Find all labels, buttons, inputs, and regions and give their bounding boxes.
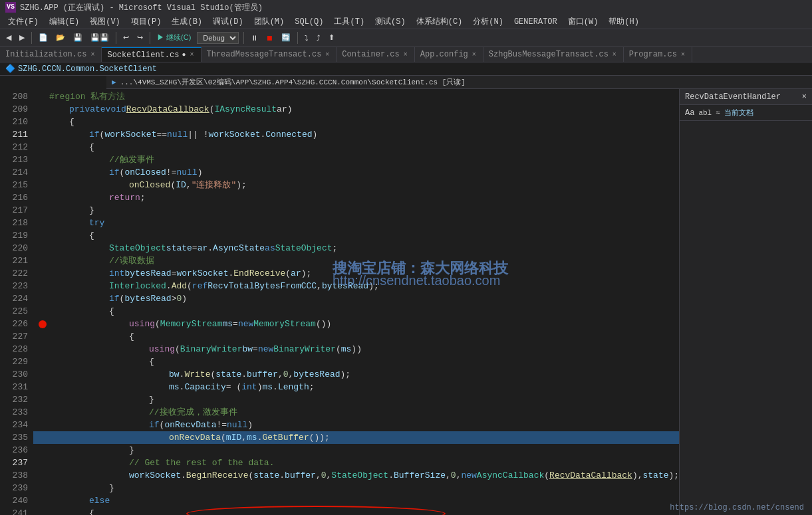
- menu-window[interactable]: 窗口(W): [563, 15, 604, 29]
- code-line-227: {: [33, 305, 679, 318]
- tab-threadmessage[interactable]: ThreadMessageTransact.cs ×: [202, 47, 337, 62]
- menu-view[interactable]: 视图(V): [84, 15, 126, 29]
- toolbar-step-out[interactable]: ⬆: [325, 32, 338, 43]
- toolbar-restart[interactable]: 🔄: [278, 32, 294, 43]
- tab-close[interactable]: ×: [680, 51, 686, 58]
- tab-szhgbus[interactable]: SzhgBusMessageTransact.cs ×: [483, 47, 624, 62]
- tab-close[interactable]: ×: [324, 51, 331, 58]
- toolbar-save[interactable]: 💾: [70, 32, 86, 43]
- tab-initialization[interactable]: Initialization.cs ×: [0, 47, 102, 62]
- linenum: 231: [5, 381, 28, 393]
- code-line-232: bw . Write ( state . buffer , 0 , bytesR…: [33, 368, 679, 381]
- right-panel-doc[interactable]: 当前文档: [724, 108, 753, 118]
- right-panel-header: RecvDataEventHandler ×: [680, 89, 812, 105]
- tab-close[interactable]: ×: [402, 51, 409, 58]
- code-line-218: return ;: [33, 191, 679, 204]
- menu-debug[interactable]: 调试(D): [207, 15, 249, 29]
- code-line-237: onRecvData ( mID , ms . GetBuffer ());: [33, 431, 679, 444]
- menu-edit[interactable]: 编辑(E): [44, 15, 85, 29]
- linenum: 228: [5, 343, 28, 356]
- code-line-209: #region 私有方法: [33, 90, 679, 103]
- tab-close[interactable]: ×: [89, 51, 96, 58]
- code-line-242: else: [33, 494, 679, 507]
- breadcrumb-text[interactable]: SZHG.CCCN.Common.SocketClient: [18, 64, 157, 74]
- menu-project[interactable]: 项目(P): [126, 15, 167, 29]
- toolbar-step-over[interactable]: ⤵: [301, 33, 312, 43]
- linenum: 208: [5, 90, 28, 103]
- code-line-211: private void RecvDataCallback ( IAsyncRe…: [33, 103, 679, 116]
- linenum: 217: [5, 204, 28, 217]
- tab-close[interactable]: ×: [188, 51, 195, 58]
- linenum: 240: [5, 494, 28, 507]
- code-area[interactable]: #region 私有方法 private void RecvDataCallba…: [33, 89, 679, 515]
- breadcrumb-icon: 🔷: [5, 64, 15, 74]
- linenum: 212: [5, 141, 28, 154]
- linenum: 224: [5, 292, 28, 305]
- menu-generator[interactable]: GENERATOR: [509, 16, 563, 28]
- tab-socketclient[interactable]: SocketClient.cs ● ×: [102, 47, 201, 62]
- toolbar-debug-btn[interactable]: ⏸: [247, 33, 261, 43]
- toolbar-redo[interactable]: ↪: [134, 32, 146, 43]
- toolbar-stop[interactable]: ⏹: [263, 33, 277, 43]
- linenum: 223: [5, 280, 28, 292]
- menu-build[interactable]: 生成(B): [166, 15, 207, 29]
- menu-team[interactable]: 团队(M): [249, 15, 290, 29]
- tab-label: SzhgBusMessageTransact.cs: [489, 50, 609, 59]
- breadcrumb: 🔷 SZHG.CCCN.Common.SocketClient: [0, 62, 812, 76]
- tab-close[interactable]: ×: [611, 51, 618, 58]
- code-line-233: ms . Capacity = ( int ) ms . Length ;: [33, 381, 679, 393]
- tab-program[interactable]: Program.cs ×: [624, 47, 692, 62]
- title-text: SZHG.APP (正在调试) - Microsoft Visual Studi…: [20, 2, 263, 13]
- toolbar-new[interactable]: 📄: [35, 32, 51, 43]
- path-text: ...\4VMS_SZHG\开发区\02编码\APP\SZHG.APP4\SZH…: [120, 77, 466, 87]
- linenum: 213: [5, 154, 28, 166]
- tab-close[interactable]: ×: [471, 51, 477, 58]
- menu-file[interactable]: 文件(F): [3, 15, 44, 29]
- toolbar-sep3: [150, 32, 150, 44]
- tab-container[interactable]: Container.cs ×: [337, 47, 414, 62]
- toolbar-sep4: [243, 32, 244, 44]
- debug-config-dropdown[interactable]: Debug: [197, 32, 239, 44]
- line-numbers: 208 209 210 211 212 213 214 215 216 217 …: [0, 89, 33, 515]
- toolbar-back[interactable]: ◀: [3, 32, 15, 43]
- linenum: 220: [5, 242, 28, 255]
- code-line-215: //触发事件: [33, 154, 679, 166]
- linenum: 232: [5, 393, 28, 406]
- title-bar: VS SZHG.APP (正在调试) - Microsoft Visual St…: [0, 0, 812, 15]
- code-line-235: //接收完成，激发事件: [33, 406, 679, 419]
- linenum: 209: [5, 103, 28, 116]
- toolbar-step-into[interactable]: ⤴: [313, 33, 324, 43]
- right-panel-close[interactable]: ×: [802, 92, 807, 102]
- tab-modified: ●: [182, 51, 186, 58]
- right-panel-approx[interactable]: ≈: [716, 109, 720, 117]
- linenum: 235: [5, 431, 28, 444]
- toolbar-saveall[interactable]: 💾💾: [87, 32, 112, 43]
- code-line-216: if ( onClosed != null ): [33, 166, 679, 179]
- toolbar-undo[interactable]: ↩: [120, 32, 132, 43]
- toolbar-forward[interactable]: ▶: [16, 32, 28, 43]
- code-line-212: {: [33, 116, 679, 128]
- toolbar-open[interactable]: 📂: [53, 32, 68, 43]
- path-bar: ▶ ...\4VMS_SZHG\开发区\02编码\APP\SZHG.APP4\S…: [106, 76, 812, 89]
- menu-test[interactable]: 测试(S): [370, 15, 411, 29]
- tab-label: SocketClient.cs: [107, 51, 179, 60]
- linenum: 218: [5, 217, 28, 229]
- menu-help[interactable]: 帮助(H): [603, 15, 644, 29]
- code-line-223: //读取数据: [33, 255, 679, 267]
- tab-appconfig[interactable]: App.config ×: [415, 47, 483, 62]
- code-line-225: Interlocked . Add ( ref RecvTotalBytesFr…: [33, 280, 679, 292]
- linenum: 237: [5, 457, 28, 469]
- menu-tools[interactable]: 工具(T): [329, 15, 370, 29]
- menu-arch[interactable]: 体系结构(C): [411, 15, 468, 29]
- tab-label: Program.cs: [629, 50, 677, 59]
- linenum: 219: [5, 229, 28, 242]
- right-panel-abl[interactable]: abl: [698, 109, 712, 117]
- right-panel-title: RecvDataEventHandler: [685, 92, 781, 102]
- code-line-238: }: [33, 444, 679, 457]
- menu-analyze[interactable]: 分析(N): [468, 15, 509, 29]
- linenum: 239: [5, 482, 28, 494]
- menu-sql[interactable]: SQL(Q): [289, 16, 329, 28]
- breakpoint-228: [39, 320, 47, 328]
- toolbar-continue[interactable]: ▶ 继续(C): [154, 31, 194, 44]
- right-panel-aa[interactable]: Aa: [685, 108, 694, 118]
